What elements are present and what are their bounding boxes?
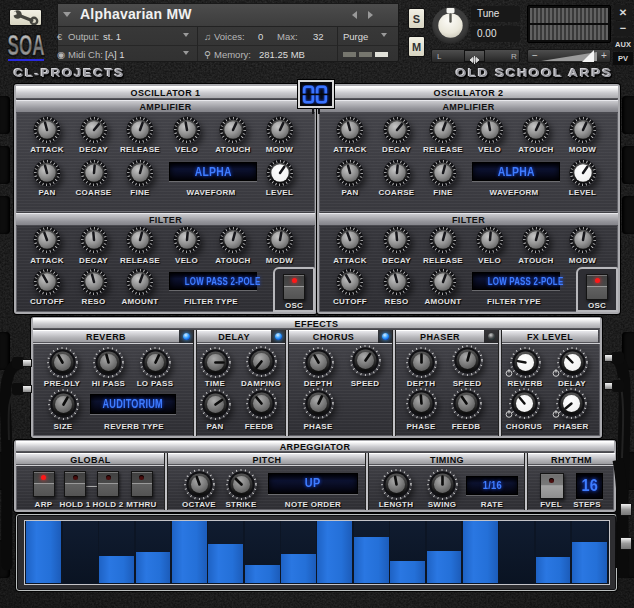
svg-text:SOA: SOA: [8, 28, 45, 59]
